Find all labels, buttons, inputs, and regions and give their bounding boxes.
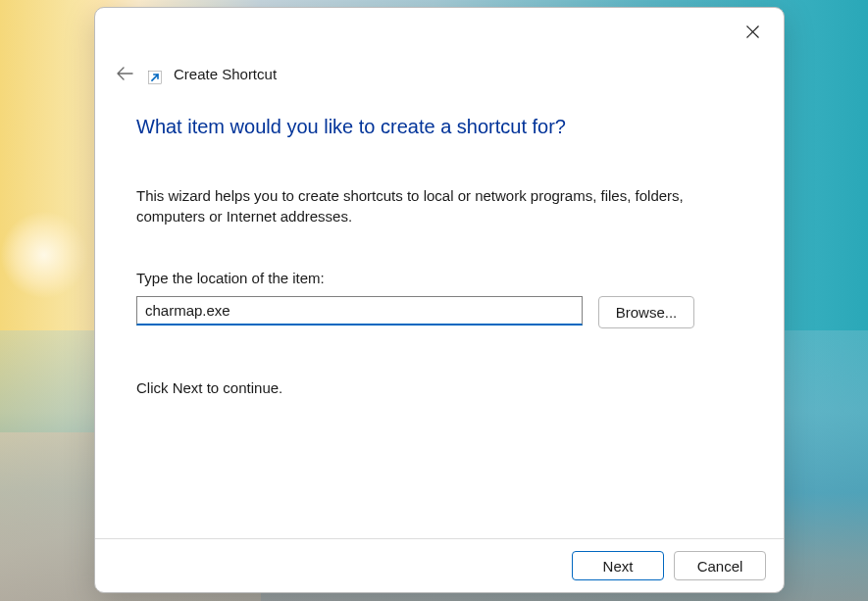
create-shortcut-dialog: Create Shortcut What item would you like… — [94, 7, 785, 593]
close-icon — [746, 25, 759, 38]
continue-instruction: Click Next to continue. — [136, 379, 742, 396]
close-button[interactable] — [733, 16, 772, 47]
dialog-footer: Next Cancel — [95, 538, 784, 592]
next-button[interactable]: Next — [572, 551, 664, 580]
cancel-button[interactable]: Cancel — [674, 551, 766, 580]
wizard-heading: What item would you like to create a sho… — [136, 116, 742, 138]
shortcut-overlay-icon — [148, 71, 162, 84]
dialog-content: What item would you like to create a sho… — [136, 116, 742, 396]
dialog-body: Create Shortcut What item would you like… — [95, 8, 784, 538]
location-input[interactable] — [136, 296, 583, 326]
browse-button[interactable]: Browse... — [598, 296, 694, 328]
location-row: Browse... — [136, 296, 742, 328]
location-label: Type the location of the item: — [136, 270, 742, 286]
dialog-header: Create Shortcut — [113, 62, 277, 85]
back-button[interactable] — [113, 62, 136, 85]
back-arrow-icon — [116, 65, 133, 82]
desktop-background-sun — [0, 211, 88, 299]
wizard-description: This wizard helps you to create shortcut… — [136, 185, 705, 226]
dialog-title: Create Shortcut — [174, 66, 277, 82]
